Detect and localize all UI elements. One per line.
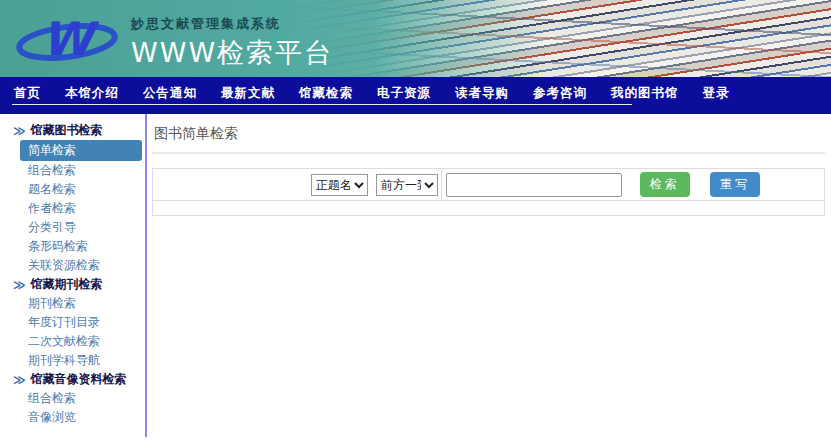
sidebar-item-class-guide[interactable]: 分类引导 — [0, 218, 145, 237]
sidebar-item-journal-search[interactable]: 期刊检索 — [0, 294, 145, 313]
sidebar-section-label: 馆藏图书检索 — [31, 122, 103, 139]
section-marker-icon: ≫ — [13, 278, 26, 292]
sidebar-item-annual-subscription[interactable]: 年度订刊目录 — [0, 313, 145, 332]
system-name: 妙思文献管理集成系统 — [131, 15, 333, 33]
search-form-table: 正题名 前方一致 检索 重写 — [152, 168, 825, 216]
sidebar-item-title-search[interactable]: 题名检索 — [0, 180, 145, 199]
nav-item-my-library[interactable]: 我的图书馆 — [611, 85, 679, 102]
sidebar-item-combo-search[interactable]: 组合检索 — [0, 161, 145, 180]
nav-item-eresources[interactable]: 电子资源 — [377, 85, 431, 102]
search-input[interactable] — [446, 173, 622, 197]
sidebar-section-book-search: ≫ 馆藏图书检索 — [0, 121, 145, 140]
nav-item-notice[interactable]: 公告通知 — [143, 85, 197, 102]
sidebar-item-barcode-search[interactable]: 条形码检索 — [0, 237, 145, 256]
page-header: W 妙思文献管理集成系统 WWW检索平台 — [0, 0, 831, 77]
main-content: 图书简单检索 正题名 前方一致 检索 重写 — [147, 114, 831, 442]
search-form-row: 正题名 前方一致 检索 重写 — [153, 169, 825, 201]
nav-item-new-docs[interactable]: 最新文献 — [221, 85, 275, 102]
nav-item-reference[interactable]: 参考咨询 — [533, 85, 587, 102]
match-mode-select[interactable]: 前方一致 — [376, 174, 438, 196]
section-marker-icon: ≫ — [13, 373, 26, 387]
sidebar-item-author-search[interactable]: 作者检索 — [0, 199, 145, 218]
sidebar-item-av-browse[interactable]: 音像浏览 — [0, 408, 145, 427]
nav-item-reader-guide[interactable]: 读者导购 — [455, 85, 509, 102]
nav-item-login[interactable]: 登录 — [703, 85, 730, 102]
sidebar-item-simple-search[interactable]: 简单检索 — [20, 140, 142, 161]
page-title: 图书简单检索 — [154, 125, 825, 143]
platform-title: WWW检索平台 — [131, 35, 333, 71]
sidebar-section-label: 馆藏音像资料检索 — [31, 371, 127, 388]
sidebar-item-journal-subject-nav[interactable]: 期刊学科导航 — [0, 351, 145, 370]
empty-result-cell — [153, 201, 825, 216]
header-teal-gradient — [0, 0, 831, 77]
search-selects-cell: 正题名 前方一致 — [153, 169, 442, 201]
brand-titles: 妙思文献管理集成系统 WWW检索平台 — [131, 15, 333, 71]
nav-items: 首页 本馆介绍 公告通知 最新文献 馆藏检索 电子资源 读者导购 参考咨询 我的… — [0, 77, 831, 102]
nav-item-about[interactable]: 本馆介绍 — [65, 85, 119, 102]
nav-underline — [12, 104, 632, 105]
nav-item-home[interactable]: 首页 — [14, 85, 41, 102]
reset-button[interactable]: 重写 — [710, 172, 760, 197]
sidebar-section-av-search: ≫ 馆藏音像资料检索 — [0, 370, 145, 389]
title-divider — [152, 152, 825, 154]
sidebar-item-related-resource-search[interactable]: 关联资源检索 — [0, 256, 145, 275]
brand-logo-icon: W — [14, 9, 120, 69]
search-field-select[interactable]: 正题名 — [311, 174, 368, 196]
page-body: ≫ 馆藏图书检索 简单检索 组合检索 题名检索 作者检索 分类引导 条形码检索 … — [0, 114, 831, 442]
empty-result-row — [153, 201, 825, 216]
sidebar-section-journal-search: ≫ 馆藏期刊检索 — [0, 275, 145, 294]
svg-text:W: W — [42, 12, 100, 66]
search-input-cell: 检索 重写 — [441, 169, 824, 201]
sidebar: ≫ 馆藏图书检索 简单检索 组合检索 题名检索 作者检索 分类引导 条形码检索 … — [0, 114, 147, 437]
sidebar-item-secondary-doc-search[interactable]: 二次文献检索 — [0, 332, 145, 351]
sidebar-section-label: 馆藏期刊检索 — [31, 276, 103, 293]
nav-item-catalog-search[interactable]: 馆藏检索 — [299, 85, 353, 102]
section-marker-icon: ≫ — [13, 124, 26, 138]
sidebar-item-av-combo-search[interactable]: 组合检索 — [0, 389, 145, 408]
search-button[interactable]: 检索 — [640, 172, 690, 197]
main-nav: 首页 本馆介绍 公告通知 最新文献 馆藏检索 电子资源 读者导购 参考咨询 我的… — [0, 77, 831, 114]
